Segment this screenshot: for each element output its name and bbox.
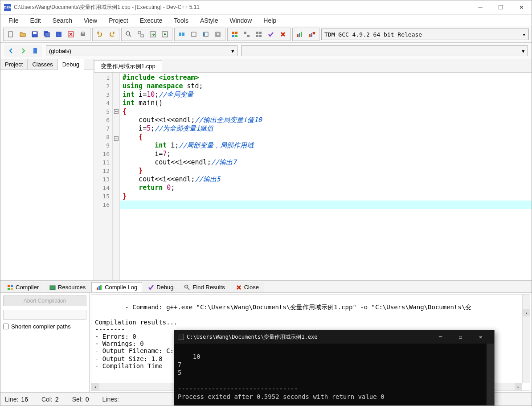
redo-icon[interactable] — [106, 29, 117, 40]
scroll-right-icon[interactable]: ▸ — [515, 383, 522, 391]
new-file-icon[interactable] — [5, 29, 16, 40]
close-button[interactable]: ✕ — [511, 0, 532, 14]
save-all-icon[interactable] — [41, 29, 52, 40]
menu-edit[interactable]: Edit — [25, 16, 46, 25]
svg-rect-43 — [50, 286, 55, 290]
menu-project[interactable]: Project — [103, 16, 134, 25]
nav-fwd-icon[interactable] — [18, 45, 29, 56]
svg-rect-9 — [82, 32, 84, 34]
bottom-tab-find-results[interactable]: Find Results — [179, 282, 229, 292]
nav-toggle-icon[interactable] — [30, 45, 41, 56]
bookmark-icon[interactable] — [160, 29, 170, 40]
svg-rect-41 — [8, 288, 10, 290]
fold-icon[interactable] — [114, 136, 119, 141]
console-window[interactable]: C:\Users\Wang\Documents\变量作用域示例1.exe ─ ☐… — [174, 330, 495, 406]
code-content[interactable]: #include <iostream>using namespace std;i… — [120, 73, 532, 280]
menu-window[interactable]: Window — [224, 16, 257, 25]
svg-rect-11 — [138, 32, 141, 34]
open-icon[interactable] — [17, 29, 28, 40]
left-tab-project[interactable]: Project — [0, 59, 28, 70]
svg-rect-22 — [217, 33, 219, 36]
replace-icon[interactable] — [135, 29, 146, 40]
shorten-paths-input[interactable] — [3, 324, 9, 329]
menu-tools[interactable]: Tools — [168, 16, 194, 25]
chevron-down-icon: ▾ — [522, 48, 525, 54]
debug-step2-icon[interactable] — [254, 29, 264, 40]
bottom-tab-compile-log[interactable]: Compile Log — [91, 282, 142, 292]
titlebar: DEV C:\Users\Wang\Documents\变量作用域示例1.cpp… — [0, 0, 532, 15]
save-as-icon[interactable]: + — [53, 29, 64, 40]
maximize-button[interactable]: ☐ — [491, 0, 511, 14]
save-icon[interactable] — [29, 29, 40, 40]
menu-search[interactable]: Search — [47, 16, 78, 25]
compile-icon[interactable] — [176, 29, 187, 40]
compiler-select[interactable]: TDM-GCC 4.9.2 64-bit Release ▾ — [321, 29, 529, 40]
left-tab-classes[interactable]: Classes — [28, 59, 57, 70]
debug-check-icon[interactable] — [266, 29, 276, 40]
menu-execute[interactable]: Execute — [135, 16, 168, 25]
svg-rect-2 — [33, 32, 37, 34]
scrollbar-vertical[interactable]: ▴ — [522, 295, 530, 383]
left-tab-debug[interactable]: Debug — [58, 59, 84, 70]
console-maximize-button[interactable]: ☐ — [450, 331, 471, 343]
profile-icon[interactable] — [295, 29, 305, 40]
scroll-up-icon[interactable]: ▴ — [523, 309, 530, 316]
rebuild-icon[interactable] — [213, 29, 223, 40]
menubar: FileEditSearchViewProjectExecuteToolsASt… — [0, 15, 532, 26]
svg-rect-44 — [97, 287, 98, 290]
res-icon — [49, 284, 56, 291]
nav-back-icon[interactable] — [6, 45, 16, 56]
run-icon[interactable] — [188, 29, 199, 40]
debug-step1-icon[interactable] — [241, 29, 252, 40]
console-titlebar[interactable]: C:\Users\Wang\Documents\变量作用域示例1.exe ─ ☐… — [174, 330, 494, 344]
fold-icon[interactable] — [114, 109, 119, 114]
bottom-tab-debug[interactable]: Debug — [143, 282, 178, 292]
console-output[interactable]: 10 7 5 -------------------------------- … — [174, 344, 494, 405]
scope-select[interactable]: (globals)▾ — [46, 45, 237, 56]
print-icon[interactable] — [78, 29, 88, 40]
bottom-tab-close[interactable]: Close — [231, 282, 264, 292]
menu-help[interactable]: Help — [258, 16, 282, 25]
status-lines-label: Lines: — [102, 396, 119, 403]
close-file-icon[interactable] — [65, 29, 76, 40]
svg-rect-37 — [311, 33, 312, 37]
find-icon[interactable] — [123, 29, 134, 40]
console-minimize-button[interactable]: ─ — [430, 331, 450, 343]
console-scrollbar[interactable] — [487, 344, 494, 405]
status-line: 16 — [21, 396, 28, 403]
bottom-tab-resources[interactable]: Resources — [45, 282, 90, 292]
console-title: C:\Users\Wang\Documents\变量作用域示例1.exe — [187, 333, 430, 341]
code-editor[interactable]: 12345678910111213141516 #include <iostre… — [94, 73, 532, 280]
shorten-paths-checkbox[interactable]: Shorten compiler paths — [3, 323, 86, 330]
main-area: ProjectClassesDebug 变量作用域示例1.cpp 1234567… — [0, 59, 532, 280]
menu-astyle[interactable]: AStyle — [195, 16, 223, 25]
compiler-select-text: TDM-GCC 4.9.2 64-bit Release — [324, 31, 422, 38]
console-text: 10 7 5 -------------------------------- … — [178, 353, 385, 400]
undo-icon[interactable] — [94, 29, 105, 40]
svg-rect-36 — [309, 34, 311, 37]
svg-rect-40 — [11, 285, 13, 287]
bottom-tabs: CompilerResourcesCompile LogDebugFind Re… — [0, 281, 532, 293]
menu-file[interactable]: File — [3, 16, 24, 25]
compile-run-icon[interactable] — [201, 29, 211, 40]
svg-rect-46 — [100, 285, 102, 290]
abort-button: Abort Compilation — [3, 295, 86, 306]
bottom-tab-compiler[interactable]: Compiler — [2, 282, 44, 292]
chevron-down-icon: ▾ — [231, 48, 234, 54]
scroll-left-icon[interactable]: ◂ — [91, 383, 99, 391]
toolbar: + — [0, 26, 532, 43]
minimize-button[interactable]: ─ — [470, 0, 491, 14]
status-line-label: Line: — [5, 396, 18, 403]
debug-stop-icon[interactable] — [278, 29, 288, 40]
chevron-down-icon: ▾ — [522, 31, 526, 38]
svg-rect-35 — [301, 32, 302, 37]
delete-profile-icon[interactable] — [307, 29, 317, 40]
menu-view[interactable]: View — [78, 16, 102, 25]
editor-panel: 变量作用域示例1.cpp 12345678910111213141516 #in… — [94, 59, 532, 280]
editor-tab[interactable]: 变量作用域示例1.cpp — [94, 60, 162, 72]
goto-icon[interactable] — [147, 29, 158, 40]
debug-grid-icon[interactable] — [229, 29, 240, 40]
member-select[interactable]: ▾ — [241, 45, 528, 56]
toolbar-secondary: (globals)▾ ▾ — [0, 43, 532, 59]
console-close-button[interactable]: ✕ — [471, 331, 491, 343]
